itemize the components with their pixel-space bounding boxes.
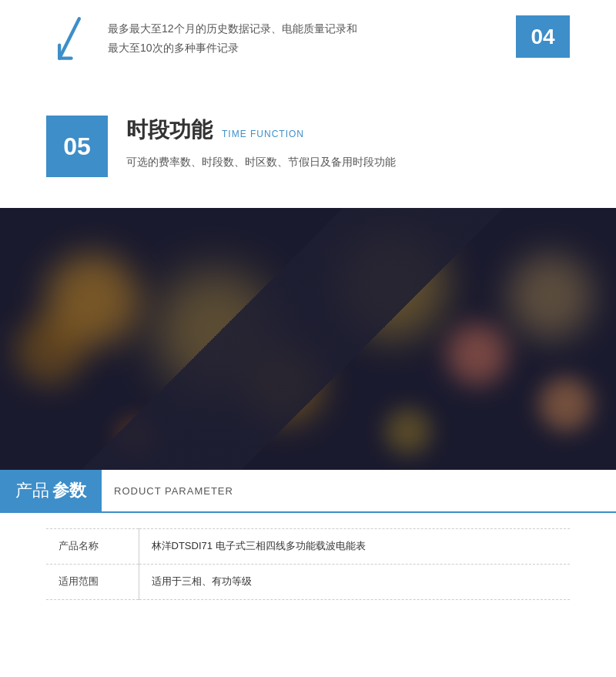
- badge-05: 05: [46, 116, 108, 177]
- feature-05-description: 可选的费率数、时段数、时区数、节假日及备用时段功能: [126, 152, 570, 172]
- diagonal-stripe: [0, 208, 616, 470]
- table-row: 适用范围 适用于三相、有功等级: [46, 564, 570, 599]
- params-title-cn-bold: 参数: [52, 479, 86, 502]
- top-text-line2: 最大至10次的多种事件记录: [108, 42, 239, 54]
- badge-04: 04: [516, 15, 570, 58]
- feature-05-title-cn: 时段功能: [126, 116, 213, 145]
- bokeh-section: [0, 208, 616, 470]
- feature-05-title-row: 时段功能 TIME FUNCTION: [126, 116, 570, 145]
- feature-05-row: 05 时段功能 TIME FUNCTION 可选的费率数、时段数、时区数、节假日…: [46, 116, 570, 177]
- params-header: 产品 参数 RODUCT PARAMETER: [0, 470, 616, 513]
- param-label: 产品名称: [46, 529, 139, 565]
- param-label: 适用范围: [46, 564, 139, 599]
- diagonal-arrow-icon: [46, 15, 92, 62]
- feature-05-section: 05 时段功能 TIME FUNCTION 可选的费率数、时段数、时区数、节假日…: [0, 92, 616, 208]
- params-section: 产品 参数 RODUCT PARAMETER 产品名称 林洋DTSDI71 电子…: [0, 470, 616, 615]
- params-title-cn-normal: 产品: [15, 479, 49, 502]
- top-section: 最多最大至12个月的历史数据记录、电能质量记录和 最大至10次的多种事件记录 0…: [0, 0, 616, 92]
- feature-05-title-en: TIME FUNCTION: [222, 129, 304, 139]
- params-table-container: 产品名称 林洋DTSDI71 电子式三相四线多功能载波电能表 适用范围 适用于三…: [0, 528, 616, 600]
- svg-line-0: [59, 18, 79, 58]
- params-title-en: RODUCT PARAMETER: [102, 485, 233, 497]
- param-value: 林洋DTSDI71 电子式三相四线多功能载波电能表: [139, 529, 570, 565]
- params-header-blue-bg: 产品 参数: [0, 470, 102, 511]
- param-value: 适用于三相、有功等级: [139, 564, 570, 599]
- top-text-line1: 最多最大至12个月的历史数据记录、电能质量记录和: [108, 22, 357, 35]
- table-row: 产品名称 林洋DTSDI71 电子式三相四线多功能载波电能表: [46, 529, 570, 565]
- feature-05-content: 时段功能 TIME FUNCTION 可选的费率数、时段数、时区数、节假日及备用…: [126, 116, 570, 172]
- params-table: 产品名称 林洋DTSDI71 电子式三相四线多功能载波电能表 适用范围 适用于三…: [46, 528, 570, 600]
- top-content: 最多最大至12个月的历史数据记录、电能质量记录和 最大至10次的多种事件记录 0…: [46, 15, 570, 62]
- top-text-block: 最多最大至12个月的历史数据记录、电能质量记录和 最大至10次的多种事件记录: [108, 15, 500, 58]
